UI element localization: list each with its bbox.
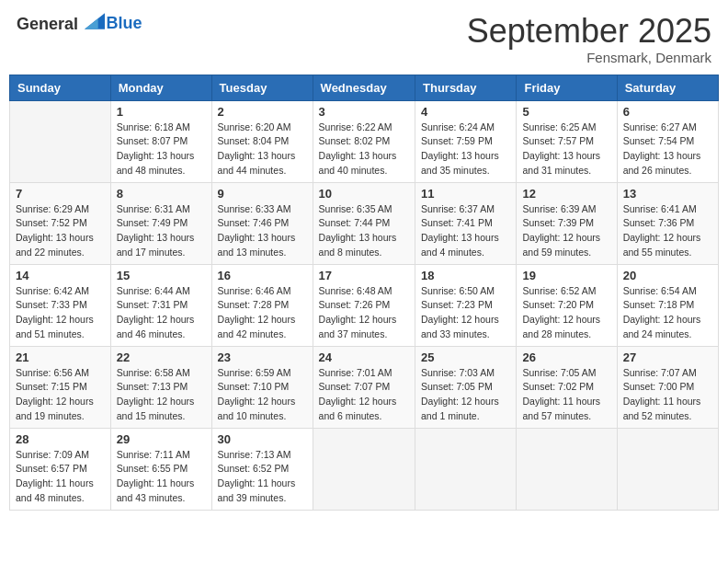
day-number: 18 [421, 269, 510, 282]
calendar-header-row: SundayMondayTuesdayWednesdayThursdayFrid… [10, 75, 719, 100]
day-info: Sunrise: 6:31 AM Sunset: 7:49 PM Dayligh… [117, 202, 206, 260]
calendar-cell: 19Sunrise: 6:52 AM Sunset: 7:20 PM Dayli… [517, 264, 617, 346]
day-number: 11 [421, 187, 510, 201]
calendar-cell: 7Sunrise: 6:29 AM Sunset: 7:52 PM Daylig… [10, 182, 111, 264]
day-number: 15 [117, 269, 206, 282]
day-info: Sunrise: 6:54 AM Sunset: 7:18 PM Dayligh… [623, 284, 712, 342]
day-info: Sunrise: 6:42 AM Sunset: 7:33 PM Dayligh… [16, 284, 105, 342]
day-number: 21 [16, 350, 105, 364]
logo-icon [85, 13, 105, 29]
day-info: Sunrise: 6:52 AM Sunset: 7:20 PM Dayligh… [522, 284, 610, 342]
calendar-cell: 13Sunrise: 6:41 AM Sunset: 7:36 PM Dayli… [617, 182, 718, 264]
calendar-cell: 25Sunrise: 7:03 AM Sunset: 7:05 PM Dayli… [415, 346, 517, 428]
calendar-table: SundayMondayTuesdayWednesdayThursdayFrid… [9, 75, 719, 511]
day-info: Sunrise: 7:09 AM Sunset: 6:57 PM Dayligh… [16, 448, 105, 506]
day-number: 12 [522, 187, 610, 201]
day-info: Sunrise: 7:11 AM Sunset: 6:55 PM Dayligh… [117, 448, 206, 506]
day-number: 4 [421, 105, 510, 119]
day-info: Sunrise: 6:50 AM Sunset: 7:23 PM Dayligh… [421, 284, 510, 342]
day-info: Sunrise: 6:27 AM Sunset: 7:54 PM Dayligh… [623, 121, 712, 178]
day-number: 8 [117, 187, 206, 201]
column-header-sunday: Sunday [10, 75, 111, 100]
day-number: 24 [319, 350, 409, 364]
calendar-cell: 30Sunrise: 7:13 AM Sunset: 6:52 PM Dayli… [211, 428, 313, 510]
week-row-1: 1Sunrise: 6:18 AM Sunset: 8:07 PM Daylig… [10, 100, 719, 182]
day-number: 7 [16, 187, 105, 201]
day-info: Sunrise: 7:05 AM Sunset: 7:02 PM Dayligh… [522, 366, 610, 424]
day-info: Sunrise: 6:24 AM Sunset: 7:59 PM Dayligh… [421, 121, 510, 178]
day-info: Sunrise: 6:48 AM Sunset: 7:26 PM Dayligh… [319, 284, 409, 342]
calendar-cell: 11Sunrise: 6:37 AM Sunset: 7:41 PM Dayli… [415, 182, 517, 264]
calendar-cell: 23Sunrise: 6:59 AM Sunset: 7:10 PM Dayli… [211, 346, 313, 428]
day-info: Sunrise: 6:46 AM Sunset: 7:28 PM Dayligh… [218, 284, 307, 342]
day-number: 1 [117, 105, 206, 119]
calendar-cell: 26Sunrise: 7:05 AM Sunset: 7:02 PM Dayli… [517, 346, 617, 428]
calendar-cell: 4Sunrise: 6:24 AM Sunset: 7:59 PM Daylig… [415, 100, 517, 182]
week-row-5: 28Sunrise: 7:09 AM Sunset: 6:57 PM Dayli… [10, 428, 719, 510]
day-number: 28 [16, 432, 105, 446]
calendar-cell: 8Sunrise: 6:31 AM Sunset: 7:49 PM Daylig… [110, 182, 211, 264]
calendar-cell: 12Sunrise: 6:39 AM Sunset: 7:39 PM Dayli… [517, 182, 617, 264]
calendar-cell: 20Sunrise: 6:54 AM Sunset: 7:18 PM Dayli… [617, 264, 718, 346]
day-info: Sunrise: 6:18 AM Sunset: 8:07 PM Dayligh… [117, 121, 206, 178]
calendar-cell: 29Sunrise: 7:11 AM Sunset: 6:55 PM Dayli… [110, 428, 211, 510]
day-number: 6 [623, 105, 712, 119]
day-info: Sunrise: 6:20 AM Sunset: 8:04 PM Dayligh… [218, 121, 307, 178]
calendar-cell: 16Sunrise: 6:46 AM Sunset: 7:28 PM Dayli… [211, 264, 313, 346]
day-number: 19 [522, 269, 610, 282]
day-number: 26 [522, 350, 610, 364]
day-number: 10 [319, 187, 409, 201]
calendar-cell [617, 428, 718, 510]
calendar-cell: 17Sunrise: 6:48 AM Sunset: 7:26 PM Dayli… [313, 264, 415, 346]
calendar-cell: 9Sunrise: 6:33 AM Sunset: 7:46 PM Daylig… [211, 182, 313, 264]
calendar-cell [10, 100, 111, 182]
calendar-cell [313, 428, 415, 510]
day-number: 22 [117, 350, 206, 364]
day-number: 17 [319, 269, 409, 282]
calendar-cell: 24Sunrise: 7:01 AM Sunset: 7:07 PM Dayli… [313, 346, 415, 428]
day-info: Sunrise: 6:39 AM Sunset: 7:39 PM Dayligh… [522, 202, 610, 260]
day-info: Sunrise: 7:03 AM Sunset: 7:05 PM Dayligh… [421, 366, 510, 424]
day-info: Sunrise: 6:29 AM Sunset: 7:52 PM Dayligh… [16, 202, 105, 260]
day-info: Sunrise: 7:01 AM Sunset: 7:07 PM Dayligh… [319, 366, 409, 424]
calendar-cell: 27Sunrise: 7:07 AM Sunset: 7:00 PM Dayli… [617, 346, 718, 428]
week-row-3: 14Sunrise: 6:42 AM Sunset: 7:33 PM Dayli… [10, 264, 719, 346]
calendar-cell [517, 428, 617, 510]
calendar-cell: 15Sunrise: 6:44 AM Sunset: 7:31 PM Dayli… [110, 264, 211, 346]
day-info: Sunrise: 6:59 AM Sunset: 7:10 PM Dayligh… [218, 366, 307, 424]
calendar-cell: 14Sunrise: 6:42 AM Sunset: 7:33 PM Dayli… [10, 264, 111, 346]
calendar-cell: 1Sunrise: 6:18 AM Sunset: 8:07 PM Daylig… [110, 100, 211, 182]
day-info: Sunrise: 6:44 AM Sunset: 7:31 PM Dayligh… [117, 284, 206, 342]
day-number: 29 [117, 432, 206, 446]
calendar-cell [415, 428, 517, 510]
title-section: September 2025 Fensmark, Denmark [467, 13, 711, 65]
logo: General Blue [17, 13, 142, 34]
day-info: Sunrise: 7:07 AM Sunset: 7:00 PM Dayligh… [623, 366, 712, 424]
location: Fensmark, Denmark [467, 50, 711, 65]
day-number: 2 [218, 105, 307, 119]
day-info: Sunrise: 6:35 AM Sunset: 7:44 PM Dayligh… [319, 202, 409, 260]
logo-general: General [17, 15, 78, 33]
calendar-cell: 10Sunrise: 6:35 AM Sunset: 7:44 PM Dayli… [313, 182, 415, 264]
calendar-cell: 2Sunrise: 6:20 AM Sunset: 8:04 PM Daylig… [211, 100, 313, 182]
day-info: Sunrise: 6:33 AM Sunset: 7:46 PM Dayligh… [218, 202, 307, 260]
day-info: Sunrise: 6:41 AM Sunset: 7:36 PM Dayligh… [623, 202, 712, 260]
day-number: 5 [522, 105, 610, 119]
page-header: General Blue September 2025 Fensmark, De… [9, 9, 719, 69]
svg-marker-1 [85, 18, 98, 29]
day-info: Sunrise: 6:22 AM Sunset: 8:02 PM Dayligh… [319, 121, 409, 178]
calendar-cell: 22Sunrise: 6:58 AM Sunset: 7:13 PM Dayli… [110, 346, 211, 428]
month-title: September 2025 [467, 13, 711, 50]
day-info: Sunrise: 6:58 AM Sunset: 7:13 PM Dayligh… [117, 366, 206, 424]
day-number: 16 [218, 269, 307, 282]
calendar-cell: 5Sunrise: 6:25 AM Sunset: 7:57 PM Daylig… [517, 100, 617, 182]
day-info: Sunrise: 6:56 AM Sunset: 7:15 PM Dayligh… [16, 366, 105, 424]
day-number: 9 [218, 187, 307, 201]
day-number: 25 [421, 350, 510, 364]
calendar-cell: 6Sunrise: 6:27 AM Sunset: 7:54 PM Daylig… [617, 100, 718, 182]
day-number: 20 [623, 269, 712, 282]
day-info: Sunrise: 6:25 AM Sunset: 7:57 PM Dayligh… [522, 121, 610, 178]
day-number: 23 [218, 350, 307, 364]
column-header-wednesday: Wednesday [313, 75, 415, 100]
column-header-saturday: Saturday [617, 75, 718, 100]
